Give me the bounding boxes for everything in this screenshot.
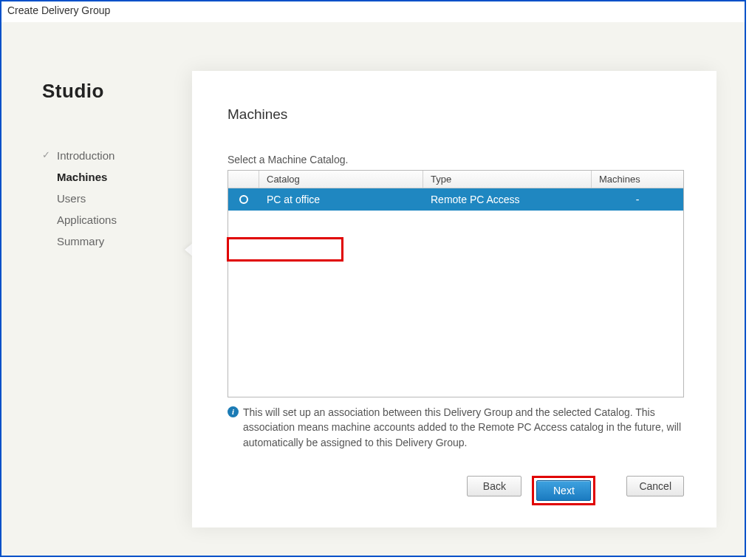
next-button[interactable]: Next	[536, 480, 591, 501]
step-users[interactable]: Users	[42, 188, 192, 209]
window-title: Create Delivery Group	[1, 1, 745, 22]
main-panel: Machines Select a Machine Catalog. Catal…	[192, 71, 716, 527]
wizard-sidebar: Studio Introduction Machines Users Appli…	[1, 22, 192, 556]
header-catalog[interactable]: Catalog	[259, 171, 423, 188]
wizard-buttons: Back Next Cancel	[228, 461, 684, 505]
step-label: Users	[57, 192, 86, 205]
row-radio-cell[interactable]	[228, 190, 259, 209]
cancel-button[interactable]: Cancel	[626, 476, 684, 496]
header-machines[interactable]: Machines	[592, 171, 683, 188]
row-catalog: PC at office	[259, 188, 423, 211]
step-machines[interactable]: Machines	[42, 166, 192, 188]
wizard-window: Create Delivery Group Studio Introductio…	[0, 0, 746, 557]
info-text: This will set up an association between …	[243, 405, 684, 450]
instruction-text: Select a Machine Catalog.	[228, 154, 684, 165]
back-button[interactable]: Back	[467, 476, 521, 496]
step-label: Applications	[57, 214, 117, 226]
content-area: Studio Introduction Machines Users Appli…	[1, 22, 745, 556]
info-note: i This will set up an association betwee…	[228, 405, 684, 450]
radio-icon	[239, 195, 248, 204]
step-introduction[interactable]: Introduction	[42, 145, 192, 166]
step-label: Summary	[57, 235, 104, 247]
table-header: Catalog Type Machines	[228, 171, 683, 188]
header-select	[228, 171, 259, 188]
next-highlight: Next	[532, 476, 595, 505]
brand-title: Studio	[42, 80, 192, 103]
info-icon: i	[228, 406, 239, 417]
header-type[interactable]: Type	[423, 171, 592, 188]
step-applications[interactable]: Applications	[42, 209, 192, 231]
panel-title: Machines	[228, 106, 684, 123]
row-type: Remote PC Access	[423, 188, 592, 211]
step-summary[interactable]: Summary	[42, 231, 192, 252]
table-row[interactable]: PC at office Remote PC Access -	[228, 188, 683, 211]
step-label: Introduction	[57, 149, 114, 162]
row-machines: -	[592, 188, 683, 211]
catalog-table: Catalog Type Machines PC at office Remot…	[228, 170, 684, 397]
wizard-steps: Introduction Machines Users Applications…	[1, 145, 192, 252]
step-label: Machines	[57, 171, 107, 183]
